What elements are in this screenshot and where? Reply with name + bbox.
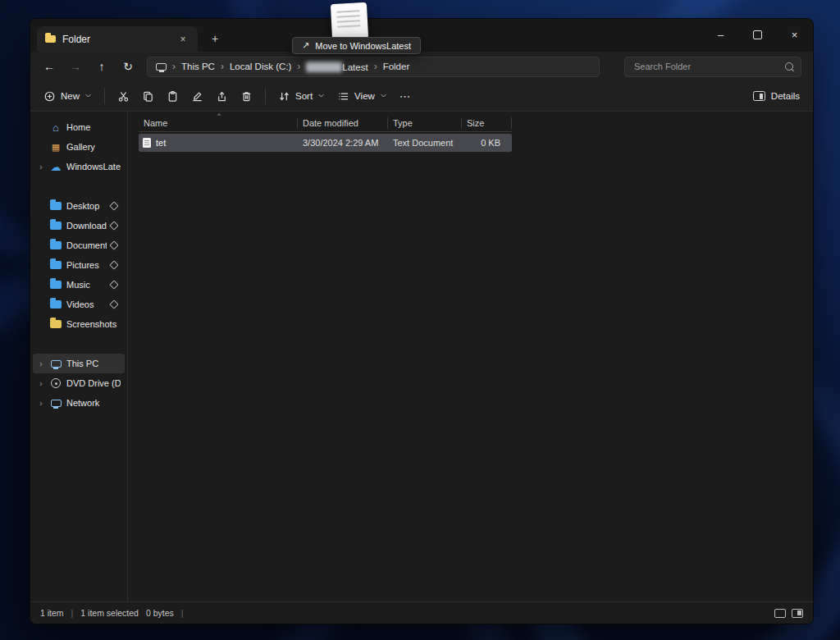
breadcrumb-separator-icon: › — [221, 61, 224, 72]
more-options-button[interactable]: ⋯ — [399, 89, 412, 103]
refresh-button[interactable]: ↻ — [121, 60, 135, 73]
chevron-right-icon[interactable]: › — [37, 359, 45, 368]
move-arrow-icon: ↗ — [302, 40, 309, 51]
breadcrumb-separator-icon: › — [374, 61, 377, 72]
tab-close-icon[interactable]: × — [176, 34, 189, 45]
status-divider: | — [71, 608, 74, 618]
sidebar-item-gallery[interactable]: ▦ Gallery — [33, 137, 125, 157]
this-pc-icon — [51, 360, 62, 368]
sort-button[interactable]: Sort — [278, 90, 325, 103]
column-header-type[interactable]: Type — [388, 117, 462, 129]
rename-icon — [191, 90, 203, 103]
chevron-down-icon — [380, 91, 387, 101]
search-box[interactable] — [624, 57, 801, 77]
sidebar-group-gap — [30, 176, 127, 196]
navigation-bar: ← → ↑ ↻ › This PC › Local Disk (C:) › La… — [30, 52, 813, 81]
selection-count: 1 item selected — [80, 608, 139, 618]
chevron-right-icon[interactable]: › — [37, 379, 45, 388]
sidebar-item-documents[interactable]: Documents — [33, 235, 125, 255]
details-view-toggle-icon[interactable] — [774, 609, 786, 618]
item-count: 1 item — [40, 608, 64, 618]
pin-icon — [109, 260, 118, 269]
breadcrumb-separator-icon: › — [297, 61, 300, 72]
pin-icon — [109, 280, 118, 289]
new-button[interactable]: New — [43, 90, 92, 103]
new-tab-button[interactable]: + — [204, 28, 226, 49]
sidebar-item-onedrive[interactable]: › ☁ WindowsLatest - Pe — [33, 157, 125, 176]
sidebar-item-pictures[interactable]: Pictures — [33, 255, 125, 275]
pin-icon — [109, 201, 118, 210]
file-size: 0 KB — [462, 138, 507, 148]
paste-icon — [167, 90, 179, 103]
details-button[interactable]: Details — [753, 91, 800, 101]
sidebar-group-gap — [30, 334, 127, 354]
address-bar[interactable]: › This PC › Local Disk (C:) › Latest › F… — [147, 57, 600, 77]
rename-button[interactable] — [191, 90, 203, 103]
file-list-area: ^ Name Date modified Type Size tet 3/30/… — [128, 112, 813, 601]
search-icon — [785, 62, 793, 71]
back-button[interactable]: ← — [42, 60, 57, 73]
pin-icon — [109, 240, 118, 249]
sidebar-item-downloads[interactable]: Downloads — [33, 216, 125, 235]
chevron-down-icon — [317, 91, 325, 101]
tab-folder[interactable]: Folder × — [37, 26, 198, 52]
gallery-icon: ▦ — [49, 143, 62, 152]
breadcrumb-segment-local-disk[interactable]: Local Disk (C:) — [230, 62, 291, 71]
sidebar-item-desktop[interactable]: Desktop — [33, 196, 125, 216]
close-button[interactable]: × — [776, 19, 813, 50]
dvd-disc-icon — [51, 378, 61, 388]
search-input[interactable] — [632, 61, 780, 72]
chevron-right-icon[interactable]: › — [37, 399, 45, 408]
maximize-button[interactable] — [739, 19, 776, 50]
sidebar-item-videos[interactable]: Videos — [33, 295, 125, 314]
sidebar-item-music[interactable]: Music — [33, 275, 125, 295]
view-button[interactable]: View — [337, 90, 387, 103]
navigation-sidebar: ⌂ Home ▦ Gallery › ☁ WindowsLatest - Pe … — [30, 112, 128, 601]
details-pane-icon — [753, 91, 765, 101]
onedrive-cloud-icon: ☁ — [49, 162, 62, 172]
documents-folder-icon — [50, 241, 62, 249]
delete-button[interactable] — [240, 90, 253, 103]
music-folder-icon — [50, 281, 62, 289]
pin-icon — [109, 299, 118, 309]
sidebar-item-screenshots[interactable]: Screenshots — [33, 314, 125, 334]
redaction-blur — [306, 62, 342, 72]
up-button[interactable]: ↑ — [94, 60, 109, 73]
command-toolbar: New Sort View — [30, 81, 813, 112]
forward-button[interactable]: → — [68, 60, 83, 73]
large-icons-view-toggle-icon[interactable] — [792, 609, 803, 618]
breadcrumb-segment-folder[interactable]: Folder — [383, 62, 410, 71]
trash-icon — [240, 90, 253, 103]
cut-icon — [117, 90, 130, 103]
share-button[interactable] — [216, 90, 228, 103]
column-headers: ^ Name Date modified Type Size — [139, 115, 512, 132]
file-row-selected[interactable]: tet 3/30/2024 2:29 AM Text Document 0 KB — [139, 134, 512, 152]
network-icon — [51, 400, 62, 407]
window-body: ⌂ Home ▦ Gallery › ☁ WindowsLatest - Pe … — [30, 112, 813, 601]
column-header-size[interactable]: Size — [462, 117, 512, 129]
dragged-file-ghost — [331, 2, 368, 40]
sidebar-item-dvd-drive[interactable]: › DVD Drive (D:) CCC — [33, 373, 125, 393]
window-controls: – × — [702, 19, 813, 50]
sidebar-item-home[interactable]: ⌂ Home — [33, 117, 125, 137]
cut-button[interactable] — [117, 90, 130, 103]
paste-button[interactable] — [167, 90, 179, 103]
breadcrumb-segment-windowslatest[interactable]: Latest — [306, 62, 368, 72]
column-header-name[interactable]: Name — [139, 117, 298, 129]
breadcrumb-segment-this-pc[interactable]: This PC — [181, 62, 215, 71]
breadcrumb-separator-icon: › — [172, 61, 176, 72]
sidebar-item-this-pc[interactable]: › This PC — [33, 354, 125, 373]
copy-button[interactable] — [142, 90, 154, 103]
file-name: tet — [156, 138, 166, 148]
file-explorer-window: Folder × + – × ← → ↑ ↻ › This PC › Local… — [30, 18, 814, 624]
chevron-right-icon[interactable]: › — [37, 162, 45, 171]
sort-icon — [278, 90, 290, 103]
sidebar-item-network[interactable]: › Network — [33, 393, 125, 413]
column-header-date-modified[interactable]: Date modified — [298, 117, 388, 129]
home-icon: ⌂ — [49, 122, 62, 133]
minimize-button[interactable]: – — [702, 19, 739, 50]
view-toggles — [774, 609, 803, 618]
drag-drop-tooltip: ↗ Move to WindowsLatest — [292, 37, 421, 54]
toolbar-separator — [265, 88, 266, 104]
status-bar: 1 item | 1 item selected 0 bytes | — [30, 601, 813, 624]
